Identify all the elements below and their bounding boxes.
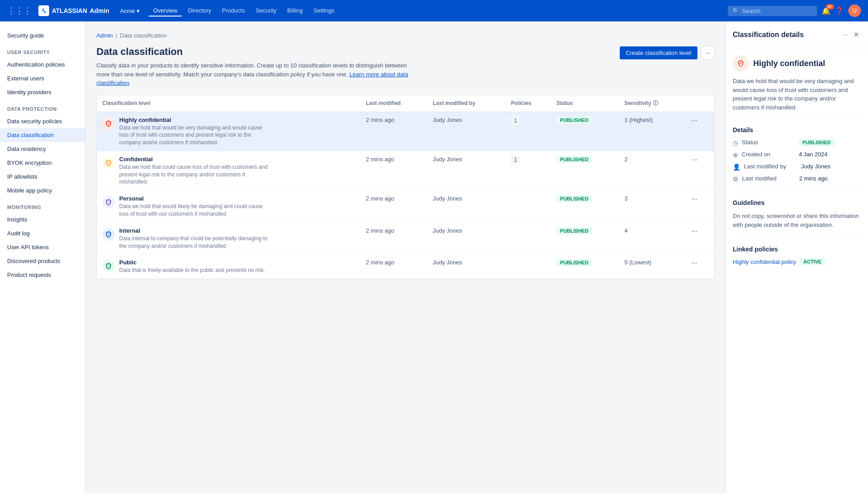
cell-last-modified: 2 mins ago	[360, 255, 427, 279]
create-classification-button[interactable]: Create classification level	[620, 46, 698, 59]
notifications-button[interactable]: 🔔 9+	[822, 7, 830, 15]
nav-overview[interactable]: Overview	[149, 5, 182, 17]
sidebar-item-ip-allowlists[interactable]: IP allowlists	[0, 170, 85, 184]
sidebar-section-data-protection: Data Protection	[0, 99, 85, 114]
linked-policies-title: Linked policies	[733, 246, 861, 253]
table-row[interactable]: Confidential Data we hold that could cau…	[97, 151, 714, 190]
detail-level-header: Highly confidential	[733, 55, 861, 71]
status-icon: ◷	[733, 139, 738, 146]
table-row[interactable]: Highly confidential Data we hold that wo…	[97, 112, 714, 151]
sidebar-item-discovered-products[interactable]: Discovered products	[0, 254, 85, 268]
table-row[interactable]: Public Data that is freely available to …	[97, 255, 714, 279]
level-icon	[102, 228, 115, 241]
sidebar-item-insights[interactable]: Insights	[0, 213, 85, 226]
nav-directory[interactable]: Directory	[184, 5, 216, 17]
linked-policy-link[interactable]: Highly confidential policy	[733, 259, 796, 265]
modified-by-label: Last modified by	[744, 163, 797, 170]
detail-header-actions: ··· ✕	[840, 29, 861, 41]
divider-1	[733, 119, 861, 119]
nav-security[interactable]: Security	[251, 5, 281, 17]
col-status: Status	[551, 95, 619, 112]
detail-panel-body: Highly confidential Data we hold that wo…	[726, 48, 868, 281]
search-box[interactable]: 🔍	[728, 6, 817, 16]
guidelines-text: Do not copy, screenshot or share this in…	[733, 212, 861, 229]
cell-row-actions[interactable]: ···	[684, 191, 714, 223]
admin-text: Admin	[90, 7, 109, 14]
grid-icon[interactable]: ⋮⋮⋮	[7, 6, 31, 16]
cell-classification: Confidential Data we hold that could cau…	[97, 151, 360, 190]
created-label: Created on	[742, 151, 795, 158]
sidebar-item-security-guide[interactable]: Security guide	[0, 29, 85, 42]
user-icon: 👤	[733, 163, 740, 171]
main-navigation: Overview Directory Products Security Bil…	[149, 5, 339, 17]
sidebar-section-user-security: User Security	[0, 42, 85, 58]
atlassian-logo: ATLASSIAN Admin	[38, 5, 109, 16]
cell-sensitivity: 5 (Lowest)	[619, 255, 684, 279]
detail-panel: Classification details ··· ✕ Highly conf…	[725, 21, 868, 493]
nav-products[interactable]: Products	[217, 5, 249, 17]
sidebar-item-authentication-policies[interactable]: Authentication policies	[0, 58, 85, 71]
sidebar-item-user-api-tokens[interactable]: User API tokens	[0, 240, 85, 254]
sidebar-section-monitoring: Monitoring	[0, 197, 85, 213]
sidebar-item-data-classification[interactable]: Data classification	[0, 128, 85, 142]
sidebar-item-audit-log[interactable]: Audit log	[0, 226, 85, 240]
classification-name: Personal	[119, 195, 271, 202]
cell-classification: Highly confidential Data we hold that wo…	[97, 112, 360, 151]
cell-last-modified: 2 mins ago	[360, 112, 427, 151]
detail-status-row: ◷ Status PUBLISHED	[733, 139, 861, 146]
nav-settings[interactable]: Settings	[309, 5, 339, 17]
help-button[interactable]: ❓	[835, 7, 844, 15]
detail-panel-title: Classification details	[733, 31, 837, 39]
sidebar-item-data-security-policies[interactable]: Data security policies	[0, 114, 85, 128]
table-row[interactable]: Personal Data we hold that would likely …	[97, 191, 714, 223]
detail-level-description: Data we hold that would be very damaging…	[733, 77, 861, 112]
detail-level-name: Highly confidential	[753, 59, 825, 68]
search-input[interactable]	[742, 8, 813, 14]
cell-policies	[505, 255, 551, 279]
learn-more-link[interactable]: Learn more about data classification	[96, 71, 408, 87]
sidebar-item-mobile-app-policy[interactable]: Mobile app policy	[0, 184, 85, 197]
classification-table: Classification level Last modified Last …	[96, 95, 714, 280]
classification-desc: Data we hold that could cause loss of tr…	[119, 163, 271, 186]
cell-status: PUBLISHED	[551, 112, 619, 151]
sidebar-item-product-requests[interactable]: Product requests	[0, 268, 85, 282]
detail-more-button[interactable]: ···	[840, 29, 850, 41]
top-navigation: ⋮⋮⋮ ATLASSIAN Admin Acme ▾ Overview Dire…	[0, 0, 868, 21]
col-policies: Policies	[505, 95, 551, 112]
classification-name: Public	[119, 259, 265, 266]
sidebar-item-identity-providers[interactable]: Identity providers	[0, 85, 85, 99]
sidebar-item-byok-encryption[interactable]: BYOK encryption	[0, 156, 85, 170]
detail-linked-policies-section: Linked policies Highly confidential poli…	[733, 246, 861, 265]
created-icon: ⊕	[733, 151, 738, 159]
cell-row-actions[interactable]: ···	[684, 222, 714, 255]
sidebar-item-external-users[interactable]: External users	[0, 71, 85, 85]
topnav-right: 🔍 🔔 9+ ❓ U	[728, 4, 861, 17]
more-actions-button[interactable]: ···	[701, 46, 714, 59]
status-label: Status	[742, 139, 795, 146]
org-selector[interactable]: Acme ▾	[120, 8, 140, 14]
linked-policy-status: ACTIVE	[800, 258, 825, 265]
table-row[interactable]: Internal Data internal to company that c…	[97, 222, 714, 255]
col-sensitivity: Sensitivity ⓘ	[619, 95, 684, 112]
cell-row-actions[interactable]: ···	[684, 112, 714, 151]
cell-sensitivity: 2	[619, 151, 684, 190]
sidebar-item-data-residency[interactable]: Data residency	[0, 142, 85, 156]
cell-last-modified: 2 mins ago	[360, 222, 427, 255]
breadcrumb-current: Data classification	[120, 32, 167, 39]
cell-policies: 1	[505, 112, 551, 151]
user-avatar[interactable]: U	[848, 4, 861, 17]
cell-status: PUBLISHED	[551, 222, 619, 255]
cell-classification: Internal Data internal to company that c…	[97, 222, 360, 255]
breadcrumb-admin[interactable]: Admin	[96, 32, 113, 39]
cell-row-actions[interactable]: ···	[684, 151, 714, 190]
atlassian-text: ATLASSIAN	[52, 7, 87, 14]
detail-details-section: Details ◷ Status PUBLISHED ⊕ Created on …	[733, 126, 861, 183]
nav-billing[interactable]: Billing	[283, 5, 307, 17]
detail-guidelines-section: Guidelines Do not copy, screenshot or sh…	[733, 199, 861, 229]
modified-label: Last modified	[742, 175, 796, 182]
linked-policy-item: Highly confidential policy ACTIVE	[733, 258, 861, 265]
detail-close-button[interactable]: ✕	[851, 29, 861, 41]
cell-row-actions[interactable]: ···	[684, 255, 714, 279]
classification-desc: Data internal to company that could be p…	[119, 235, 271, 250]
page-actions: Create classification level ···	[620, 46, 714, 59]
